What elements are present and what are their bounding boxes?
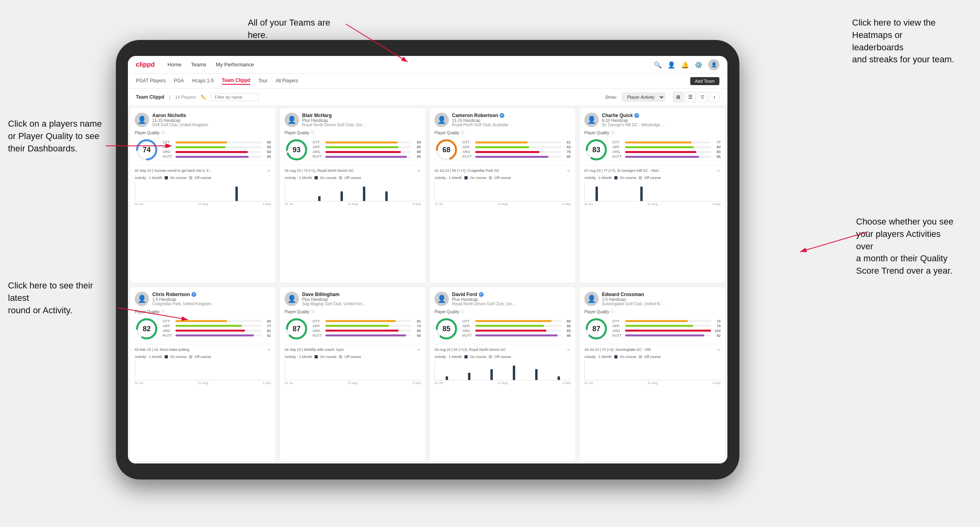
activities-annotation: Choose whether you see your players Acti… — [856, 216, 960, 277]
quality-number: 87 — [592, 324, 600, 333]
chart-label-start: 31 Jul — [285, 202, 293, 206]
latest-round[interactable]: 04 Sep 23 | Mobility with coach, Gym → — [285, 344, 421, 352]
player-card[interactable]: 👤 Aaron Nicholls 11-15 Handicap Drift Go… — [129, 107, 276, 283]
player-club: St. George's Hill GC - Weybridge - Surre… — [602, 123, 666, 127]
chart-label-start: 31 Jul — [135, 202, 143, 206]
bar-group — [376, 183, 397, 201]
profile-icon[interactable]: 👤 — [667, 61, 675, 68]
bell-icon[interactable]: 🔔 — [681, 61, 688, 68]
stat-row: APP 79 — [612, 324, 721, 328]
stat-row: OTT 60 — [163, 319, 271, 323]
player-name[interactable]: Cameron Robertson ✓ — [452, 113, 571, 118]
chart-area — [584, 360, 721, 380]
quality-circle[interactable]: 82 — [135, 317, 159, 341]
bar-group — [309, 362, 330, 380]
quality-circle[interactable]: 85 — [434, 317, 458, 341]
stat-bar — [625, 320, 688, 322]
tab-hcaps[interactable]: Hcaps 1-5 — [192, 78, 214, 84]
off-course-dot — [339, 176, 342, 179]
quality-circle[interactable]: 87 — [285, 317, 309, 341]
player-card[interactable]: 👤 Blair McHarg Plus Handicap Royal North… — [279, 107, 426, 283]
chart-bar — [640, 187, 643, 201]
stat-label: OTT — [163, 319, 174, 323]
quality-circle[interactable]: 68 — [434, 138, 458, 162]
bar-group — [503, 362, 524, 380]
player-card[interactable]: 👤 Cameron Robertson ✓ 11-15 Handicap Roy… — [429, 107, 576, 283]
bar-group — [248, 183, 269, 201]
nav-performance[interactable]: My Performance — [216, 62, 254, 68]
quality-circle[interactable]: 87 — [584, 317, 608, 341]
player-name[interactable]: Aaron Nicholls — [152, 113, 271, 118]
sub-nav-right: Add Team — [690, 77, 719, 85]
latest-round[interactable]: 02 Sep 23 | Sunrise round to get back in… — [135, 165, 271, 173]
stat-value: 61 — [563, 140, 571, 144]
stat-bar-bg — [175, 334, 261, 336]
activity-label: Activity · 1 Month On course Off course — [135, 355, 271, 359]
player-name[interactable]: Chris Robertson ✓ — [152, 292, 271, 297]
player-card[interactable]: 👤 Charlie Quick ✓ 6-10 Handicap St. Geor… — [579, 107, 726, 283]
player-card[interactable]: 👤 Edward Crossman 1-5 Handicap Sunningda… — [579, 286, 726, 462]
list-view-button[interactable]: ☰ — [685, 92, 695, 102]
player-name[interactable]: Charlie Quick ✓ — [602, 113, 721, 118]
player-name[interactable]: Edward Crossman — [602, 292, 721, 297]
stat-label: ARG — [313, 329, 324, 333]
stat-label: APP — [313, 324, 324, 328]
stat-row: PUTT 85 — [462, 155, 571, 159]
latest-round[interactable]: 26 Aug 23 | 84 (+12), Royal North Devon … — [434, 344, 571, 352]
quality-circle[interactable]: 93 — [285, 138, 309, 162]
add-team-button[interactable]: Add Team — [690, 77, 719, 85]
team-count: 14 Players — [175, 95, 196, 99]
bar-group — [459, 362, 480, 380]
latest-round[interactable]: 03 Mar 23 | 19, Must make putting → — [135, 344, 271, 352]
quality-label: Player Quality ⓘ — [434, 309, 571, 314]
stat-bar-bg — [325, 320, 411, 322]
filter-button[interactable]: ▽ — [697, 92, 707, 102]
avatar[interactable]: 👤 — [708, 59, 719, 70]
settings-icon[interactable]: ⚙️ — [695, 61, 702, 68]
bar-group — [586, 183, 608, 201]
bar-group — [287, 183, 308, 201]
sort-button[interactable]: ↕ — [709, 92, 719, 102]
stat-value: 84 — [413, 140, 421, 144]
grid-view-button[interactable]: ⊞ — [673, 92, 683, 102]
player-card[interactable]: 👤 David Ford ✓ Plus Handicap Royal North… — [429, 286, 576, 462]
player-card[interactable]: 👤 Chris Robertson ✓ 1-5 Handicap Craigmi… — [129, 286, 276, 462]
nav-teams[interactable]: Teams — [191, 62, 206, 68]
tab-team-clippd[interactable]: Team Clippd — [222, 78, 250, 85]
nav-home[interactable]: Home — [167, 62, 181, 68]
search-icon[interactable]: 🔍 — [654, 61, 661, 68]
player-name[interactable]: Dave Billingham — [302, 292, 421, 297]
player-card[interactable]: 👤 Dave Billingham Plus Handicap Sag Magi… — [279, 286, 426, 462]
stat-label: APP — [612, 324, 623, 328]
quality-label: Player Quality ⓘ — [584, 130, 721, 135]
quality-number: 74 — [143, 146, 151, 154]
chart-area — [434, 181, 571, 201]
quality-circle[interactable]: 74 — [135, 138, 159, 162]
tab-pgat[interactable]: PGAT Players — [136, 78, 166, 84]
stat-row: OTT 60 — [163, 140, 271, 144]
bar-group — [436, 183, 458, 201]
latest-round[interactable]: 07 Aug 23 | 77 (+7), St George's Hill GC… — [584, 165, 721, 173]
bar-group — [203, 362, 225, 380]
latest-round[interactable]: 02 Jul 23 | 59 (+17), Craigmillar Park G… — [434, 165, 571, 173]
latest-round[interactable]: 26 Aug 23 | 73 (+1), Royal North Devon G… — [285, 165, 421, 173]
player-avatar: 👤 — [584, 113, 599, 127]
latest-round[interactable]: 18 Jul 23 | 74 (+4), Sunningdale GC - Ol… — [584, 344, 721, 352]
chart-labels: 31 Jul 21 Aug 4 Sep — [135, 202, 271, 206]
show-select[interactable]: Player Activity — [622, 93, 665, 101]
player-name[interactable]: Blair McHarg — [302, 113, 421, 118]
edit-icon[interactable]: ✏️ — [201, 95, 206, 100]
tab-tour[interactable]: Tour — [258, 78, 267, 84]
tab-all-players[interactable]: All Players — [275, 78, 298, 84]
chart-label-end: 4 Sep — [412, 381, 421, 385]
quality-circle[interactable]: 83 — [584, 138, 608, 162]
stat-bar-bg — [475, 325, 561, 327]
chart-label-end: 4 Sep — [263, 381, 271, 385]
stat-row: OTT 89 — [462, 319, 571, 323]
player-name[interactable]: David Ford ✓ — [452, 292, 571, 297]
stat-row: ARG 85 — [313, 329, 421, 333]
tab-pga[interactable]: PGA — [174, 78, 184, 84]
round-arrow-icon: → — [716, 347, 721, 352]
on-course-dot — [464, 176, 468, 179]
filter-input[interactable] — [211, 93, 259, 101]
